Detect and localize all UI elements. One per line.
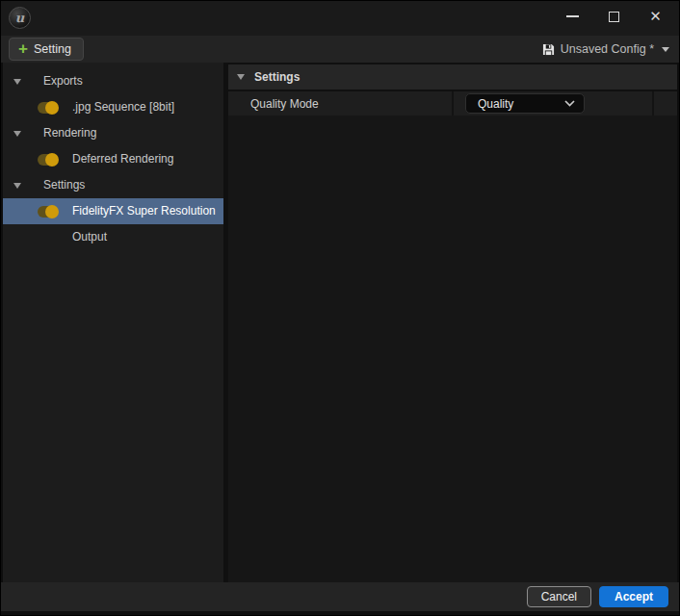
add-setting-label: Setting (34, 42, 71, 56)
toggle-knob (45, 153, 59, 167)
tree-item-deferred-rendering[interactable]: Deferred Rendering (3, 146, 223, 172)
cancel-button[interactable]: Cancel (527, 586, 591, 607)
toolbar: + Setting Unsaved Config * (1, 36, 679, 63)
enable-toggle[interactable] (38, 102, 58, 114)
movie-render-queue-settings-window: u ✕ + Setting Unsave (0, 0, 680, 616)
quality-mode-dropdown[interactable]: Quality (465, 93, 585, 114)
tree-category-rendering[interactable]: Rendering (3, 120, 223, 146)
tree-item-fidelityfx-super-resolution[interactable]: FidelityFX Super Resolution (3, 198, 223, 224)
property-value-cell: Quality (454, 91, 654, 116)
enable-toggle[interactable] (38, 206, 58, 218)
config-name-label: Unsaved Config * (561, 42, 654, 56)
titlebar[interactable]: u ✕ (1, 1, 679, 36)
toggle-knob (45, 205, 59, 218)
property-row-quality-mode: Quality Mode Quality (228, 90, 677, 116)
tree-category-settings[interactable]: Settings (3, 172, 223, 198)
details-panel: Settings Quality Mode Quality (228, 64, 677, 582)
minimize-button[interactable] (552, 1, 593, 32)
expand-arrow-icon[interactable] (13, 183, 21, 189)
item-label: Output (72, 224, 107, 250)
expand-arrow-icon[interactable] (13, 131, 21, 137)
category-label: Exports (43, 68, 83, 94)
details-section-title: Settings (254, 64, 300, 90)
close-button[interactable]: ✕ (635, 1, 676, 32)
item-label: FidelityFX Super Resolution (72, 198, 216, 224)
save-icon (542, 43, 555, 56)
item-label: Deferred Rendering (72, 146, 173, 172)
category-label: Rendering (43, 120, 96, 146)
main-body: Exports .jpg Sequence [8bit] Rendering D… (3, 63, 677, 582)
toggle-knob (45, 101, 59, 115)
close-icon: ✕ (649, 8, 662, 25)
config-preset-dropdown[interactable]: Unsaved Config * (542, 36, 669, 63)
expand-arrow-icon[interactable] (13, 79, 21, 85)
maximize-button[interactable] (593, 1, 635, 32)
footer-bar: Cancel Accept (1, 582, 679, 611)
chevron-down-icon (564, 100, 575, 107)
collapse-arrow-icon[interactable] (237, 74, 245, 80)
chevron-down-icon (662, 47, 669, 52)
maximize-icon (609, 12, 619, 22)
details-section-header[interactable]: Settings (228, 64, 677, 90)
tree-item-jpg-sequence[interactable]: .jpg Sequence [8bit] (3, 94, 223, 120)
plus-icon: + (18, 40, 28, 57)
unreal-engine-logo-icon: u (9, 7, 31, 29)
item-label: .jpg Sequence [8bit] (72, 94, 174, 120)
tree-item-output[interactable]: Output (3, 224, 223, 250)
category-label: Settings (43, 172, 85, 198)
settings-tree: Exports .jpg Sequence [8bit] Rendering D… (3, 63, 223, 582)
enable-toggle[interactable] (38, 154, 58, 166)
window-controls: ✕ (552, 1, 676, 32)
property-label: Quality Mode (228, 91, 454, 116)
dropdown-selected-value: Quality (478, 97, 513, 111)
add-setting-button[interactable]: + Setting (9, 38, 84, 61)
minimize-icon (566, 15, 579, 17)
accept-button[interactable]: Accept (599, 586, 668, 607)
tree-category-exports[interactable]: Exports (3, 68, 223, 94)
property-extra-column (654, 91, 677, 116)
